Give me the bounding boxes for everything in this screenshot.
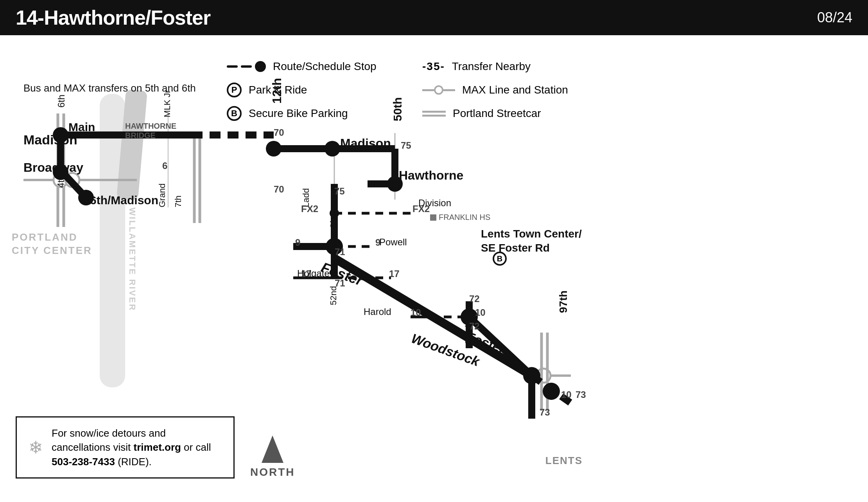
map-area: Route/Schedule Stop -35- Transfer Nearby…: [0, 35, 868, 502]
street-grand: Grand: [157, 184, 167, 207]
header-date: 08/24: [817, 9, 852, 26]
stop-broadway: Broadway: [23, 160, 83, 175]
route-17-b: 17: [389, 268, 400, 279]
stop-madison-center: Madison: [340, 136, 391, 151]
route-division: Division: [418, 198, 451, 209]
route-75-b: 75: [334, 186, 345, 197]
route-73-b: 73: [540, 407, 550, 418]
street-4th: 4th: [56, 175, 66, 188]
stop-hawthorne: Hawthorne: [399, 168, 463, 183]
secure-bike-lents: B: [493, 252, 507, 266]
street-6th: 6th: [56, 95, 67, 108]
snow-text: For snow/ice detours and cancellations v…: [52, 426, 222, 469]
route-10-c: 10: [561, 389, 572, 400]
route-73-a: 73: [576, 389, 586, 400]
svg-point-37: [266, 141, 282, 157]
stop-madison-left: Madison: [23, 132, 77, 148]
route-10-b: 10: [475, 307, 486, 318]
route-70-a: 70: [274, 127, 284, 138]
route-70-b: 70: [274, 184, 284, 195]
route-10-a: 10: [411, 307, 421, 318]
franklin-hs: FRANKLIN HS: [430, 213, 490, 222]
street-52nd: 52nd: [328, 286, 339, 305]
river-label: WILLAMETTE RIVER: [127, 207, 137, 311]
street-12th: 12th: [270, 78, 284, 104]
street-mlk: MLK Jr: [162, 90, 172, 117]
street-97th: 97th: [557, 290, 570, 313]
stop-main: Main: [68, 121, 95, 134]
north-arrow-icon: [262, 435, 283, 463]
stop-sixth-madison: 6th/Madison: [90, 194, 158, 207]
route-powell: Powell: [379, 237, 407, 248]
snow-notice: ❄ For snow/ice detours and cancellations…: [16, 416, 235, 479]
street-50th: 50th: [391, 97, 404, 121]
route-fx2-a: FX2: [301, 203, 318, 214]
north-label: NORTH: [250, 466, 295, 479]
route-harold: Harold: [364, 306, 391, 317]
svg-point-43: [543, 383, 560, 400]
north-arrow: NORTH: [250, 435, 295, 479]
route-72-a: 72: [469, 293, 480, 304]
city-center-label: PORTLANDCITY CENTER: [12, 231, 92, 257]
snow-icon: ❄: [29, 437, 43, 457]
route-9-a: 9: [295, 237, 300, 248]
bridge-label: HAWTHORNEBRIDGE: [125, 121, 176, 140]
lents-label: LENTS: [545, 455, 583, 467]
page-header: 14-Hawthorne/Foster 08/24: [0, 0, 868, 35]
route-75-a: 75: [401, 140, 411, 151]
route-6: 6: [162, 160, 167, 171]
street-7th: 7th: [173, 195, 183, 207]
stop-lents: Lents Town Center/SE Foster Rd: [481, 227, 582, 255]
svg-point-38: [325, 141, 340, 157]
page-title: 14-Hawthorne/Foster: [16, 6, 210, 29]
route-71-a: 71: [335, 247, 345, 257]
svg-point-42: [523, 367, 540, 384]
